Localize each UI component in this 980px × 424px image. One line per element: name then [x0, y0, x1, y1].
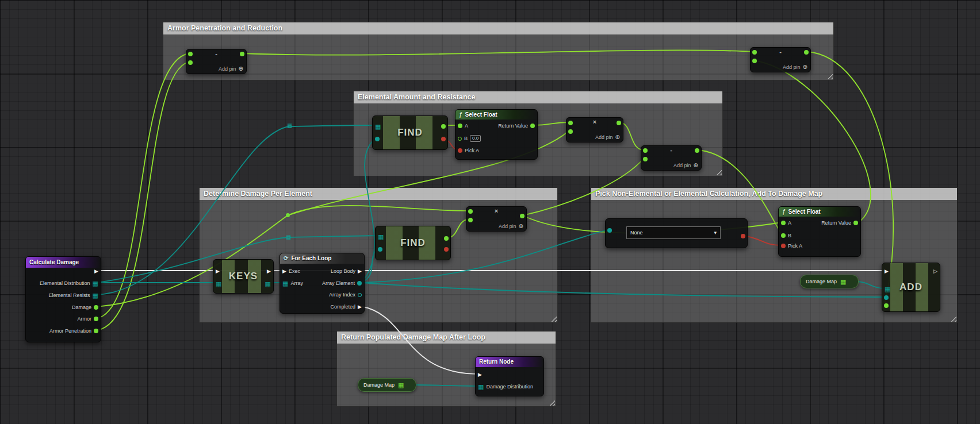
- pin-row-pick-a[interactable]: Pick A: [781, 242, 802, 250]
- reroute-node-damage[interactable]: [286, 213, 290, 217]
- select-float-node-pick[interactable]: ƒ Select Float A Return Value B Pick A: [778, 206, 861, 257]
- map-input-pin-icon[interactable]: ▦: [216, 281, 221, 287]
- damage-map-variable-return[interactable]: Damage Map ▦: [358, 378, 416, 392]
- return-node[interactable]: Return Node ▶ ▦ Damage Distribution: [475, 356, 544, 396]
- input-pin-b[interactable]: [188, 60, 193, 65]
- output-pin[interactable]: [695, 148, 699, 153]
- input-pin-a[interactable]: [643, 148, 648, 153]
- add-pin-button[interactable]: Add pin ⊕: [219, 65, 243, 72]
- index-output-pin[interactable]: [358, 293, 362, 297]
- add-pin-button[interactable]: Add pin ⊕: [499, 223, 523, 229]
- default-value-field[interactable]: 0.0: [470, 135, 481, 142]
- exec-out-pin[interactable]: ▷: [933, 269, 937, 274]
- input-pin-b[interactable]: [643, 157, 648, 161]
- exec-out-pin[interactable]: ▶: [358, 304, 362, 310]
- pin-row-damage-distribution[interactable]: ▦ Damage Distribution: [478, 383, 533, 391]
- add-pin-button[interactable]: Add pin ⊕: [783, 64, 807, 70]
- reroute-node-resists[interactable]: ▦: [287, 123, 292, 129]
- element-input-pin[interactable]: [607, 228, 612, 233]
- float-input-pin[interactable]: [458, 124, 462, 128]
- float-input-pin[interactable]: [781, 221, 786, 225]
- float-pin[interactable]: [94, 305, 98, 310]
- find-node-resists[interactable]: FIND ▦: [372, 115, 448, 150]
- float-pin[interactable]: [94, 317, 98, 321]
- input-pin-a[interactable]: [188, 52, 193, 56]
- input-pin-a[interactable]: [568, 121, 573, 125]
- input-pin-a[interactable]: [468, 209, 473, 214]
- add-pin-button[interactable]: Add pin ⊕: [673, 162, 698, 168]
- float-output-pin[interactable]: [853, 221, 858, 225]
- found-output-pin[interactable]: [441, 137, 446, 141]
- bool-input-pin[interactable]: [781, 244, 786, 248]
- exec-in-pin[interactable]: ▶: [282, 269, 286, 274]
- exec-in-pin[interactable]: ▶: [216, 269, 220, 274]
- pin-row-pick-a[interactable]: Pick A: [458, 147, 479, 155]
- subtract-node-final[interactable]: - Add pin ⊕: [750, 47, 811, 72]
- add-pin-button[interactable]: Add pin ⊕: [595, 134, 620, 140]
- key-input-pin[interactable]: [378, 247, 382, 252]
- pin-row-array[interactable]: ▦ Array: [282, 279, 303, 287]
- array-input-pin-icon[interactable]: ▦: [282, 280, 288, 287]
- add-map-node[interactable]: ADD ▶ ▷ ▦: [882, 263, 940, 312]
- result-output-pin[interactable]: [741, 234, 745, 238]
- value-input-pin[interactable]: [884, 303, 889, 308]
- subtract-node-armor[interactable]: - Add pin ⊕: [186, 49, 247, 74]
- output-pin[interactable]: [520, 214, 525, 218]
- value-output-pin[interactable]: [441, 124, 446, 129]
- pin-row-armor-penetration[interactable]: Armor Penetration: [49, 327, 98, 335]
- find-node-distribution[interactable]: FIND ▦: [375, 226, 451, 260]
- input-pin-b[interactable]: [568, 129, 573, 134]
- float-input-pin[interactable]: [781, 233, 786, 238]
- input-pin-b[interactable]: [468, 218, 473, 222]
- output-pin[interactable]: [240, 52, 244, 56]
- exec-in-pin[interactable]: ▶: [885, 269, 889, 274]
- element-select-dropdown[interactable]: None ▾: [626, 226, 721, 239]
- multiply-node-elemental[interactable]: × Add pin ⊕: [566, 117, 623, 142]
- pin-row-loop-body[interactable]: Loop Body ▶: [331, 267, 362, 275]
- pin-row-elemental-distribution[interactable]: Elemental Distribution ▦: [40, 279, 98, 287]
- for-each-loop-node[interactable]: ⟳ For Each Loop ▶ Exec ▦ Array Loop Body…: [280, 253, 365, 314]
- map-output-pin-icon[interactable]: ▦: [398, 382, 404, 388]
- key-input-pin[interactable]: [884, 295, 889, 300]
- exec-out-pin[interactable]: ▶: [94, 269, 98, 274]
- map-pin-icon[interactable]: ▦: [93, 292, 98, 299]
- exec-out-pin[interactable]: ▶: [358, 269, 362, 274]
- exec-in-pin[interactable]: ▶: [478, 372, 482, 377]
- bool-input-pin[interactable]: [458, 148, 462, 153]
- keys-output-pin-icon[interactable]: ▦: [265, 281, 271, 287]
- reroute-node-distribution[interactable]: ▦: [286, 234, 291, 240]
- calculate-damage-node[interactable]: Calculate Damage ▶ Elemental Distributio…: [25, 256, 101, 342]
- element-output-pin[interactable]: [357, 281, 362, 286]
- select-float-node-elemental[interactable]: ƒ Select Float A Return Value B 0.0 Pick…: [455, 109, 538, 160]
- pin-row-array-element[interactable]: Array Element: [322, 279, 362, 287]
- value-output-pin[interactable]: [444, 236, 449, 241]
- pin-row-array-index[interactable]: Array Index: [329, 291, 362, 299]
- element-dropdown-node[interactable]: None ▾: [605, 218, 748, 248]
- float-input-pin-hollow[interactable]: [458, 137, 462, 141]
- pin-row-a[interactable]: A: [458, 122, 468, 130]
- blueprint-graph-canvas[interactable]: Armor Penetration and Reduction Elementa…: [0, 0, 980, 424]
- float-pin[interactable]: [94, 329, 98, 333]
- key-input-pin[interactable]: [375, 137, 380, 141]
- map-input-pin-icon[interactable]: ▦: [375, 124, 381, 130]
- pin-row-damage[interactable]: Damage: [72, 303, 98, 311]
- map-pin-icon[interactable]: ▦: [93, 280, 98, 287]
- exec-out-pin[interactable]: ▶: [267, 269, 271, 274]
- map-input-pin-icon[interactable]: ▦: [885, 286, 890, 292]
- pin-row-return-value[interactable]: Return Value: [821, 219, 858, 227]
- found-output-pin[interactable]: [444, 247, 449, 252]
- keys-node[interactable]: KEYS ▶ ▦ ▶ ▦: [213, 259, 274, 294]
- damage-map-variable-pick[interactable]: Damage Map ▦: [800, 275, 859, 288]
- output-pin[interactable]: [804, 50, 809, 55]
- pin-row-armor[interactable]: Armor: [78, 315, 99, 323]
- pin-row-exec[interactable]: ▶ Exec: [282, 267, 300, 275]
- pin-row-elemental-resists[interactable]: Elemental Resists ▦: [49, 291, 98, 299]
- map-input-pin-icon[interactable]: ▦: [478, 384, 484, 390]
- map-output-pin-icon[interactable]: ▦: [840, 279, 846, 285]
- input-pin-a[interactable]: [752, 50, 757, 55]
- pin-row-return-value[interactable]: Return Value: [498, 122, 535, 130]
- pin-row-b[interactable]: B: [781, 232, 791, 240]
- subtract-node-elemental[interactable]: - Add pin ⊕: [641, 145, 702, 171]
- output-pin[interactable]: [617, 121, 621, 125]
- input-pin-b[interactable]: [752, 59, 757, 63]
